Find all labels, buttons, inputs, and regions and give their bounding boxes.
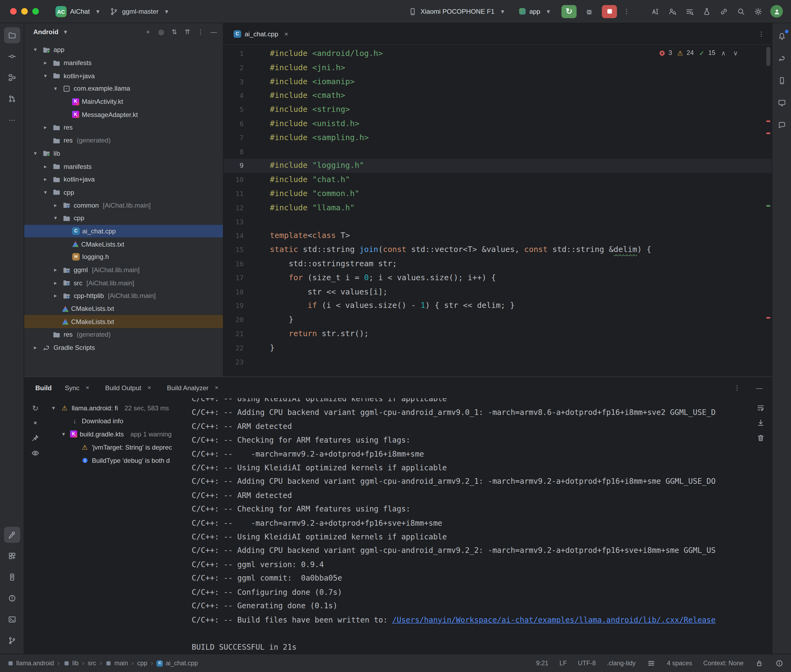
tree-item-cmakelists-txt[interactable]: CMakeLists.txt	[24, 315, 223, 328]
search-button[interactable]	[734, 5, 748, 18]
rerun-app-button[interactable]: ↻	[562, 5, 576, 18]
statusbar-info-icon[interactable]	[775, 659, 784, 668]
indent-icon[interactable]	[647, 659, 656, 668]
user-search-button[interactable]	[665, 5, 679, 18]
build-console[interactable]: C/C++: -- Using KleidiAI optimized kerne…	[187, 398, 750, 654]
app-insights-button[interactable]	[773, 117, 789, 133]
chevron-right-icon[interactable]: ▸	[42, 124, 50, 131]
close-icon[interactable]: ×	[145, 383, 154, 392]
trash-icon[interactable]	[756, 434, 765, 443]
tree-item-res[interactable]: ▸res	[24, 121, 223, 134]
tree-item-cmakelists-txt[interactable]: CMakeLists.txt	[24, 237, 223, 250]
tree-item-cpp[interactable]: ▾cpp	[24, 212, 223, 224]
indent-size[interactable]: 4 spaces	[667, 660, 692, 667]
error-stripe-mark[interactable]	[766, 120, 770, 122]
chevron-down-icon[interactable]: ▾	[50, 405, 58, 411]
code-line-13[interactable]: 13	[223, 215, 772, 229]
code-line-6[interactable]: 6#include <unistd.h>	[223, 117, 772, 131]
running-devices-button[interactable]	[773, 94, 789, 111]
code-line-23[interactable]: 23	[223, 355, 772, 369]
stop-app-button[interactable]	[602, 5, 617, 18]
chevron-right-icon[interactable]: ▸	[31, 344, 39, 350]
chevron-down-icon[interactable]: ▾	[31, 150, 39, 157]
close-tab-icon[interactable]: ×	[282, 29, 291, 38]
change-stripe-mark[interactable]	[766, 205, 770, 207]
tree-item-logging-h[interactable]: Hlogging.h	[24, 251, 223, 264]
tree-item-app[interactable]: ▾app	[24, 43, 223, 56]
chevron-down-icon[interactable]: ▾	[42, 189, 50, 195]
breadcrumb-src[interactable]: src	[88, 660, 96, 667]
settings-button[interactable]	[751, 5, 765, 18]
resource-manager-tool-button[interactable]	[4, 548, 20, 564]
panel-options-icon[interactable]: ⋮	[196, 27, 205, 36]
tree-item-mainactivity-kt[interactable]: KMainActivity.kt	[24, 95, 223, 108]
breadcrumb-lib[interactable]: lib	[63, 660, 79, 667]
version-control-tool-button[interactable]	[4, 632, 20, 649]
context-selector[interactable]: Context: None	[703, 660, 744, 667]
device-explorer-tool-button[interactable]	[4, 569, 20, 585]
tree-item-ai-chat-cpp[interactable]: Cai_chat.cpp	[24, 224, 223, 237]
editor-tab-ai-chat-cpp[interactable]: C ai_chat.cpp ×	[228, 23, 296, 44]
chevron-down-icon[interactable]: ▾	[51, 85, 59, 92]
link-button[interactable]	[717, 5, 731, 18]
breadcrumb-ai-chat-cpp[interactable]: Cai_chat.cpp	[157, 660, 198, 667]
tree-item-kotlin-java[interactable]: ▾kotlin+java	[24, 69, 223, 82]
code-line-20[interactable]: 20 }	[223, 313, 772, 327]
structure-tool-button[interactable]	[4, 70, 20, 86]
collapse-all-icon[interactable]: ⇈	[183, 27, 192, 36]
more-actions-button[interactable]: ⋮	[622, 7, 631, 16]
code-line-15[interactable]: 15static std::string join(const std::vec…	[223, 243, 772, 257]
tree-item-ggml[interactable]: ▸ggml[AiChat.lib.main]	[24, 264, 223, 277]
code-line-18[interactable]: 18 str << values[i];	[223, 285, 772, 299]
chevron-right-icon[interactable]: ▸	[42, 176, 50, 182]
build-tab-build-analyzer[interactable]: Build Analyzer×	[167, 383, 221, 392]
pull-requests-tool-button[interactable]	[4, 91, 20, 107]
code-area[interactable]: 3 ⚠24 ✓15 ∧ ∨ 1#include <android/log.h>2…	[223, 45, 772, 376]
locate-file-icon[interactable]: ◎	[157, 27, 165, 36]
code-line-7[interactable]: 7#include <sampling.h>	[223, 131, 772, 145]
chevron-down-icon[interactable]: ▾	[59, 431, 67, 437]
build-tab-build[interactable]: Build	[35, 384, 52, 391]
build-tree-item-build-gradle-kts[interactable]: ▾Kbuild.gradle.ktsapp 1 warning	[46, 427, 186, 440]
editor-options-icon[interactable]: ⋮	[757, 29, 766, 38]
soft-wrap-icon[interactable]	[756, 403, 765, 412]
code-line-19[interactable]: 19 if (i < values.size() - 1) { str << d…	[223, 299, 772, 313]
panel-options-icon[interactable]: ⋮	[733, 383, 742, 392]
build-tree-item-buildtype-debug-is-both-d[interactable]: BuildType 'debug' is both d	[46, 454, 186, 467]
user-avatar[interactable]	[770, 5, 783, 18]
minimize-window-button[interactable]	[21, 8, 28, 14]
tree-item-res[interactable]: res(generated)	[24, 134, 223, 147]
caret-position[interactable]: 9:21	[536, 660, 549, 667]
close-icon[interactable]: ×	[83, 383, 92, 392]
pin-icon[interactable]	[30, 434, 40, 443]
breadcrumb-llama-android[interactable]: llama.android	[7, 660, 54, 667]
chevron-right-icon[interactable]: ▸	[51, 280, 59, 286]
vcs-branch-selector[interactable]: ggml-master ▾	[106, 5, 175, 18]
add-icon[interactable]: +	[144, 27, 152, 36]
tree-item-com-example-llama[interactable]: ▾com.example.llama	[24, 82, 223, 95]
tree-item-manifests[interactable]: ▸manifests	[24, 56, 223, 69]
checklist-button[interactable]	[682, 5, 696, 18]
code-line-4[interactable]: 4#include <cmath>	[223, 89, 772, 103]
eye-icon[interactable]	[30, 448, 40, 458]
code-line-10[interactable]: 10#include "chat.h"	[223, 173, 772, 187]
tree-item-common[interactable]: ▸common[AiChat.lib.main]	[24, 199, 223, 212]
code-line-12[interactable]: 12#include "llama.h"	[223, 201, 772, 215]
commit-tool-button[interactable]	[4, 48, 20, 64]
code-line-17[interactable]: 17 for (size_t i = 0; i < values.size();…	[223, 271, 772, 285]
clang-tidy-widget[interactable]: .clang-tidy	[607, 660, 636, 667]
device-manager-button[interactable]	[773, 73, 789, 89]
chevron-right-icon[interactable]: ▸	[42, 163, 50, 170]
code-line-9[interactable]: 9#include "logging.h"	[223, 159, 772, 173]
error-stripe-mark[interactable]	[766, 133, 770, 134]
tree-item-lib[interactable]: ▾lib	[24, 147, 223, 160]
write-lock-icon[interactable]	[755, 659, 764, 668]
run-config-selector[interactable]: app ▾	[516, 5, 556, 18]
chevron-right-icon[interactable]: ▸	[51, 202, 59, 208]
gradle-button[interactable]	[773, 50, 789, 66]
build-tree-item-download-info[interactable]: ↓Download info	[46, 414, 186, 427]
chevron-down-icon[interactable]: ▾	[61, 27, 70, 36]
build-tree-item-jvmtarget-string-is-deprec[interactable]: ⚠'jvmTarget: String' is deprec	[46, 440, 186, 454]
project-tool-button[interactable]	[4, 27, 20, 43]
chevron-right-icon[interactable]: ▸	[51, 293, 59, 299]
